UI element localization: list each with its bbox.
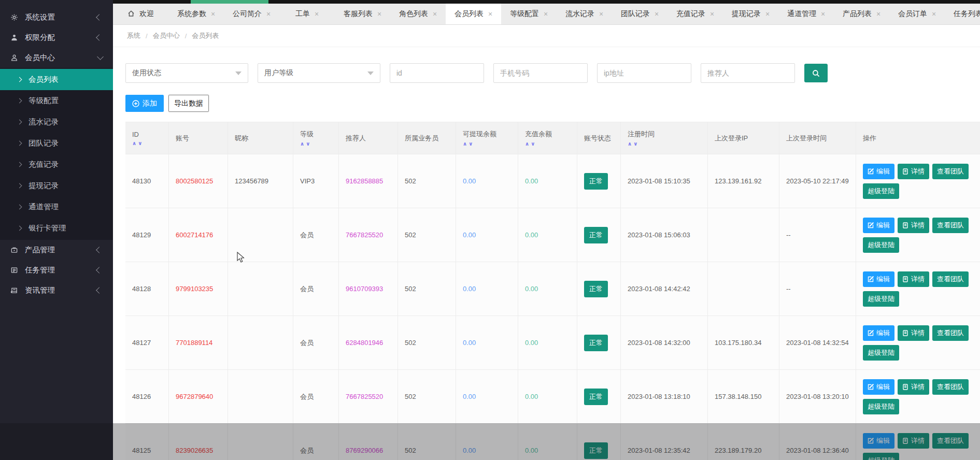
close-icon[interactable]: ×	[710, 10, 714, 18]
edit-button[interactable]: 编辑	[863, 164, 894, 179]
filter-input-id[interactable]	[390, 63, 484, 83]
edit-button[interactable]: 编辑	[863, 433, 894, 449]
filter-input-referrer[interactable]	[701, 63, 795, 83]
sidebar-item-withdraw-records[interactable]: 提现记录	[0, 175, 113, 196]
edit-button[interactable]: 编辑	[863, 379, 894, 395]
sort-asc-icon[interactable]: ∧	[300, 141, 304, 147]
close-icon[interactable]: ×	[599, 10, 603, 18]
sidebar-item-team-records[interactable]: 团队记录	[0, 133, 113, 154]
view-team-button[interactable]: 查看团队	[932, 271, 969, 287]
super-login-button[interactable]: 超级登陆	[863, 453, 899, 460]
tab-system-params[interactable]: 系统参数×	[168, 4, 224, 24]
sidebar-item-product-mgmt[interactable]: 产品管理	[0, 240, 113, 260]
close-icon[interactable]: ×	[655, 10, 659, 18]
sidebar-item-news-mgmt[interactable]: 资讯管理	[0, 280, 113, 300]
filter-input-phone[interactable]	[493, 63, 588, 83]
cell-text: 502	[405, 393, 451, 400]
detail-button[interactable]: 详情	[898, 271, 929, 287]
cell-register-time: 2023-01-08 15:10:35	[621, 154, 708, 208]
sidebar-item-member-list[interactable]: 会员列表	[0, 69, 113, 90]
tab-member-list[interactable]: 会员列表×	[446, 4, 501, 24]
detail-button[interactable]: 详情	[898, 325, 929, 341]
sort-desc-icon[interactable]: ∨	[531, 141, 535, 147]
export-button[interactable]: 导出数据	[168, 95, 209, 112]
close-icon[interactable]: ×	[315, 10, 319, 18]
search-button[interactable]	[804, 64, 828, 82]
sort-desc-icon[interactable]: ∨	[138, 140, 142, 146]
tab-recharge-records[interactable]: 充值记录×	[667, 4, 723, 24]
close-icon[interactable]: ×	[876, 10, 880, 18]
close-icon[interactable]: ×	[433, 10, 437, 18]
view-team-button[interactable]: 查看团队	[932, 164, 969, 179]
view-team-button[interactable]: 查看团队	[932, 379, 969, 395]
tab-member-orders[interactable]: 会员订单×	[889, 4, 945, 24]
tab-role-list[interactable]: 角色列表×	[390, 4, 446, 24]
edit-button[interactable]: 编辑	[863, 218, 894, 233]
edit-button[interactable]: 编辑	[863, 325, 894, 341]
tab-flow-records[interactable]: 流水记录×	[557, 4, 612, 24]
sidebar-item-bankcard-mgmt[interactable]: 银行卡管理	[0, 218, 113, 239]
tab-work-order[interactable]: 工单×	[279, 4, 335, 24]
add-button[interactable]: 添加	[125, 95, 164, 112]
sort-desc-icon[interactable]: ∨	[633, 141, 637, 147]
action-label: 编辑	[876, 382, 890, 392]
filter-input-ip[interactable]	[597, 63, 691, 83]
breadcrumb-item[interactable]: 会员中心	[153, 31, 180, 40]
close-icon[interactable]: ×	[544, 10, 548, 18]
sidebar-item-label: 系统设置	[25, 12, 90, 22]
tab-welcome[interactable]: 欢迎	[113, 4, 168, 24]
tab-level-config[interactable]: 等级配置×	[501, 4, 557, 24]
sidebar-item-level-config[interactable]: 等级配置	[0, 90, 113, 111]
sidebar-item-flow-records[interactable]: 流水记录	[0, 111, 113, 133]
cell-nickname	[228, 370, 293, 423]
sort-desc-icon[interactable]: ∨	[306, 141, 310, 147]
tab-task-list[interactable]: 任务列表×	[945, 4, 980, 24]
sidebar-item-member-center[interactable]: 会员中心	[0, 48, 113, 68]
tab-product-list[interactable]: 产品列表×	[834, 4, 889, 24]
close-icon[interactable]: ×	[211, 10, 215, 18]
tab-team-records[interactable]: 团队记录×	[612, 4, 667, 24]
super-login-button[interactable]: 超级登陆	[863, 399, 899, 414]
super-login-button[interactable]: 超级登陆	[863, 183, 899, 199]
detail-button[interactable]: 详情	[898, 379, 929, 395]
close-icon[interactable]: ×	[932, 10, 936, 18]
detail-button[interactable]: 详情	[898, 164, 929, 179]
sidebar-item-channel-mgmt[interactable]: 通道管理	[0, 196, 113, 218]
sort-asc-icon[interactable]: ∧	[628, 141, 632, 147]
close-icon[interactable]: ×	[266, 10, 271, 18]
tab-company-profile[interactable]: 公司简介×	[224, 4, 279, 24]
tab-channel-mgmt[interactable]: 通道管理×	[778, 4, 834, 24]
detail-button[interactable]: 详情	[898, 433, 929, 449]
close-icon[interactable]: ×	[377, 10, 381, 18]
super-login-button[interactable]: 超级登陆	[863, 237, 899, 253]
edit-button[interactable]: 编辑	[863, 271, 894, 287]
cell-salesman: 502	[398, 424, 456, 460]
sort-asc-icon[interactable]: ∧	[463, 141, 467, 147]
view-team-button[interactable]: 查看团队	[932, 325, 969, 341]
close-icon[interactable]: ×	[488, 10, 492, 18]
close-icon[interactable]: ×	[765, 10, 770, 18]
action-label: 超级登陆	[868, 240, 894, 250]
breadcrumb-item[interactable]: 系统	[127, 31, 140, 40]
sidebar-item-permission-assign[interactable]: 权限分配	[0, 27, 113, 48]
sidebar-item-system-settings[interactable]: 系统设置	[0, 7, 113, 27]
close-icon[interactable]: ×	[821, 10, 825, 18]
breadcrumb-item[interactable]: 会员列表	[192, 31, 219, 40]
sort-asc-icon[interactable]: ∧	[132, 140, 136, 146]
super-login-button[interactable]: 超级登陆	[863, 291, 899, 307]
chevron-right-icon	[17, 162, 22, 167]
cell-last-login-time: --	[779, 208, 856, 262]
sort-desc-icon[interactable]: ∨	[468, 141, 473, 147]
detail-button[interactable]: 详情	[898, 218, 929, 233]
filter-select-status[interactable]: 使用状态	[125, 63, 248, 83]
tab-withdraw-records[interactable]: 提现记录×	[723, 4, 778, 24]
tab-service-list[interactable]: 客服列表×	[335, 4, 390, 24]
view-team-button[interactable]: 查看团队	[932, 218, 969, 233]
action-line: 超级登陆	[863, 399, 978, 414]
super-login-button[interactable]: 超级登陆	[863, 345, 899, 361]
sidebar-item-task-mgmt[interactable]: 任务管理	[0, 260, 113, 280]
view-team-button[interactable]: 查看团队	[932, 433, 969, 449]
sidebar-item-recharge-records[interactable]: 充值记录	[0, 154, 113, 175]
filter-select-level[interactable]: 用户等级	[258, 63, 380, 83]
sort-asc-icon[interactable]: ∧	[525, 141, 529, 147]
